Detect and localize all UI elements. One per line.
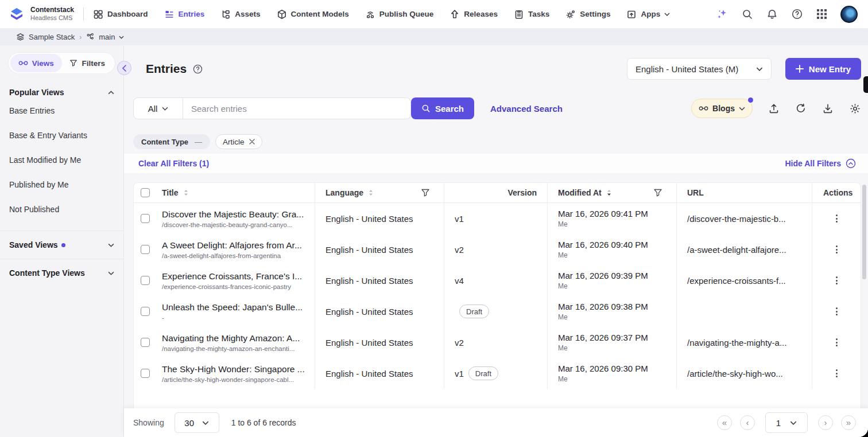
row-checkbox[interactable] <box>141 276 150 285</box>
table-row[interactable]: A Sweet Delight: Alfajores from Ar... /a… <box>134 234 861 265</box>
column-header-title[interactable]: Title <box>162 188 179 197</box>
column-header-url[interactable]: URL <box>687 188 704 197</box>
nav-label: Tasks <box>528 10 549 18</box>
search-button[interactable]: Search <box>411 97 474 119</box>
content-type-views-header[interactable]: Content Type Views <box>9 268 114 278</box>
entry-title[interactable]: Experience Croissants, France's I... <box>162 271 302 282</box>
table-row[interactable]: Unleash the Speed: Japan's Bulle... - En… <box>134 296 861 327</box>
table-settings-gear-icon[interactable] <box>849 103 861 115</box>
previous-page-button[interactable]: ‹ <box>740 415 755 430</box>
nav-item-releases[interactable]: Releases <box>450 9 498 19</box>
entry-title[interactable]: The Sky-High Wonder: Singapore ... <box>162 364 305 374</box>
row-actions-kebab-icon[interactable] <box>812 338 861 346</box>
upload-icon[interactable] <box>768 103 780 114</box>
help-icon[interactable] <box>791 8 803 20</box>
last-page-button[interactable]: » <box>841 415 856 430</box>
entries-help-icon[interactable] <box>192 64 203 75</box>
sidebar-item-not-published[interactable]: Not Published <box>9 198 114 220</box>
nav-item-apps[interactable]: Apps <box>626 9 670 19</box>
search-icon[interactable] <box>742 9 753 20</box>
refresh-icon[interactable] <box>795 103 807 114</box>
sidebar-item-base-entry-variants[interactable]: Base & Entry Variants <box>9 124 114 146</box>
sort-icon[interactable] <box>184 189 188 196</box>
row-actions-kebab-icon[interactable] <box>812 307 861 315</box>
sidebar-item-published-by-me[interactable]: Published by Me <box>9 174 114 196</box>
row-actions-kebab-icon[interactable] <box>812 369 861 377</box>
active-view-pill[interactable]: Blogs <box>691 99 753 118</box>
column-header-version[interactable]: Version <box>507 188 537 197</box>
entry-title[interactable]: A Sweet Delight: Alfajores from Ar... <box>162 240 302 251</box>
advanced-search-link[interactable]: Advanced Search <box>490 104 563 114</box>
saved-views-header[interactable]: Saved Views <box>9 240 114 249</box>
filter-chip-operator: — <box>195 138 202 146</box>
entry-slug: /article/the-sky-high-wonder-singapore-c… <box>162 376 305 383</box>
search-scope-select[interactable]: All <box>134 98 183 119</box>
nav-item-entries[interactable]: Entries <box>164 9 205 19</box>
sidebar-collapse-button[interactable] <box>117 61 131 75</box>
table-row[interactable]: Navigating the Mighty Amazon: A... /navi… <box>134 327 861 358</box>
entry-title[interactable]: Unleash the Speed: Japan's Bulle... <box>162 302 303 313</box>
notifications-bell-icon[interactable] <box>766 9 778 20</box>
download-icon[interactable] <box>822 103 834 114</box>
entry-title[interactable]: Discover the Majestic Beauty: Gra... <box>162 209 304 220</box>
column-header-language[interactable]: Language <box>326 188 363 197</box>
row-actions-kebab-icon[interactable] <box>812 276 861 284</box>
clear-all-filters-link[interactable]: Clear All Filters (1) <box>138 159 209 168</box>
nav-item-publish-queue[interactable]: Publish Queue <box>365 9 434 19</box>
nav-item-content-models[interactable]: Content Models <box>277 9 349 19</box>
hide-all-filters-link[interactable]: Hide All Filters <box>785 158 856 169</box>
contentstack-logo[interactable]: Contentstack Headless CMS <box>8 6 74 23</box>
table-scrollbar-thumb[interactable] <box>862 185 866 279</box>
breadcrumb-stack[interactable]: Sample Stack <box>16 33 75 41</box>
filter-chip-article[interactable]: Article <box>215 134 262 149</box>
row-checkbox[interactable] <box>141 307 150 316</box>
tab-views[interactable]: Views <box>10 54 62 72</box>
first-page-button[interactable]: « <box>717 415 732 430</box>
sidebar-item-base-entries[interactable]: Base Entries <box>9 100 114 122</box>
table-row[interactable]: Discover the Majestic Beauty: Gra... /di… <box>134 203 861 234</box>
sort-icon[interactable] <box>369 189 373 196</box>
modified-filter-funnel-icon[interactable] <box>653 188 662 197</box>
nav-label: Dashboard <box>107 10 148 18</box>
filter-chip-content-type[interactable]: Content Type — <box>133 134 210 149</box>
row-checkbox[interactable] <box>141 214 150 223</box>
ai-sparkles-icon[interactable] <box>716 8 728 21</box>
window-scrollbar-thumb[interactable] <box>863 76 868 93</box>
entry-title[interactable]: Navigating the Mighty Amazon: A... <box>162 333 300 344</box>
page-number-select[interactable]: 1 <box>765 412 808 433</box>
nav-item-assets[interactable]: Assets <box>220 9 260 19</box>
table-row[interactable]: Experience Croissants, France's I... /ex… <box>134 265 861 296</box>
page-size-select[interactable]: 30 <box>175 412 219 433</box>
breadcrumb-branch[interactable]: main <box>86 33 124 41</box>
search-input[interactable] <box>183 98 410 119</box>
sort-desc-icon[interactable] <box>607 189 611 196</box>
table-row[interactable]: The Sky-High Wonder: Singapore ... /arti… <box>134 358 861 389</box>
next-page-button[interactable]: › <box>818 415 833 430</box>
app-launcher-grid-icon[interactable] <box>816 9 827 19</box>
content-models-icon <box>277 9 287 19</box>
entry-language: English - United States <box>326 338 413 348</box>
select-all-checkbox[interactable] <box>141 188 150 197</box>
column-header-modified-at[interactable]: Modified At <box>558 188 602 197</box>
language-filter-funnel-icon[interactable] <box>421 188 430 197</box>
new-entry-button[interactable]: New Entry <box>785 58 861 80</box>
entry-language: English - United States <box>326 245 413 255</box>
remove-filter-icon[interactable] <box>249 139 255 145</box>
nav-item-dashboard[interactable]: Dashboard <box>93 9 148 19</box>
content-type-views-title: Content Type Views <box>9 268 85 278</box>
row-checkbox[interactable] <box>141 245 150 254</box>
row-actions-kebab-icon[interactable] <box>812 245 861 253</box>
nav-item-tasks[interactable]: Tasks <box>514 9 549 19</box>
language-selector[interactable]: English - United States (M) <box>627 58 772 80</box>
sidebar-divider <box>0 231 123 231</box>
popular-views-header[interactable]: Popular Views <box>9 88 114 97</box>
nav-item-settings[interactable]: Settings <box>565 9 610 19</box>
chevron-down-icon <box>119 36 124 39</box>
tab-filters[interactable]: Filters <box>62 54 114 72</box>
row-checkbox[interactable] <box>141 338 150 347</box>
row-actions-kebab-icon[interactable] <box>812 214 861 223</box>
user-avatar[interactable] <box>840 6 858 23</box>
row-checkbox[interactable] <box>141 369 150 378</box>
sidebar-item-last-modified-by-me[interactable]: Last Modified by Me <box>9 149 114 171</box>
entry-version: v1 <box>455 369 464 379</box>
